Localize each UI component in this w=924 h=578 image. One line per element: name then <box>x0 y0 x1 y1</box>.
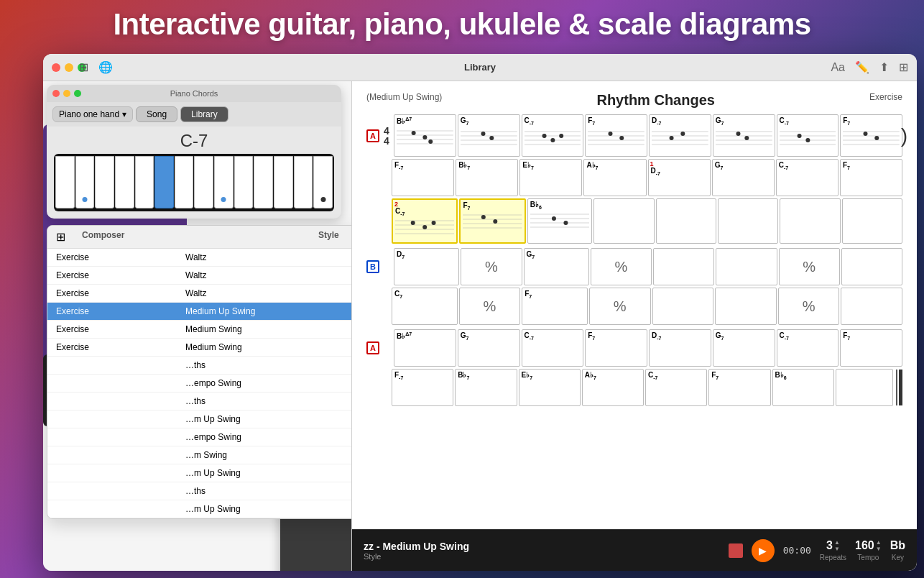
library-row-11[interactable]: …empo Swing <box>47 428 352 446</box>
chord-cell-bb6-r: B♭6 <box>772 369 834 406</box>
chord-cell-fm7: F-7 <box>392 159 454 196</box>
close-button[interactable] <box>52 63 60 72</box>
grid-icon: ⊞ <box>79 60 88 74</box>
svg-point-91 <box>422 225 427 229</box>
chord-cell-empty-2 <box>656 198 716 244</box>
style-6: Medium Swing <box>185 342 242 352</box>
main-content: Piano Chords Piano one hand ▾ Song Libra… <box>43 81 917 571</box>
svg-point-79 <box>805 138 810 142</box>
composer-6: Exercise <box>56 342 185 352</box>
tempo-stepper[interactable]: ▲ ▼ <box>876 540 882 552</box>
section-a-row3: 2 C-7 <box>366 198 902 244</box>
composer-column-header: Composer <box>82 230 304 244</box>
svg-point-73 <box>744 136 749 140</box>
library-scroll-indicator: ⊞ <box>56 230 68 244</box>
library-row-3[interactable]: Exercise Waltz <box>47 285 352 303</box>
layout-icon[interactable]: ⊞ <box>899 60 908 74</box>
library-row-15[interactable]: …m Up Swing <box>47 500 352 518</box>
library-row-8[interactable]: …empo Swing <box>47 375 352 393</box>
chord-cell-empty-3 <box>718 198 778 244</box>
svg-point-103 <box>552 216 556 221</box>
tempo-value: 160 <box>855 539 874 552</box>
composer-1: Exercise <box>56 252 185 262</box>
section-a-row1: A 4 4 B♭Δ7 <box>366 114 902 157</box>
play-button[interactable]: ▶ <box>752 539 775 562</box>
repeats-label: Repeats <box>820 554 846 561</box>
piano-minimize[interactable] <box>63 90 70 97</box>
svg-point-41 <box>422 135 427 139</box>
repeats-value: 3 <box>826 539 833 552</box>
library-row-7[interactable]: …ths <box>47 357 352 375</box>
chord-cell-c7: C-7 <box>522 114 584 157</box>
banner-text: Interactive guitar, piano, ukulele & sca… <box>113 7 810 42</box>
chord-cell-empty-b3 <box>841 248 902 285</box>
chord-cell-c7-3: C-7 <box>776 159 838 196</box>
section-b-row1: B D7 % G7 % <box>366 248 902 285</box>
chord-cell-f7-1: F7 <box>585 114 647 157</box>
chord-cell-f7-r2: F7 <box>840 329 902 367</box>
style-3: Waltz <box>185 288 207 298</box>
piano-close[interactable] <box>52 90 60 97</box>
left-panel: Piano Chords Piano one hand ▾ Song Libra… <box>43 81 352 571</box>
chord-cell-g7-b: G7 <box>524 248 589 285</box>
chord-cell-g7-3: G7 <box>712 159 775 196</box>
edit-icon[interactable]: ✏️ <box>855 60 869 74</box>
library-row-6[interactable]: Exercise Medium Swing <box>47 339 352 357</box>
font-icon[interactable]: Aa <box>831 61 845 74</box>
style-1: Waltz <box>185 252 207 262</box>
library-row-12[interactable]: …m Swing <box>47 446 352 464</box>
chord-cell-bb6: B♭6 <box>527 198 592 244</box>
chord-cell-empty-1 <box>593 198 654 244</box>
chord-cell-d7-b: D7 <box>394 248 459 285</box>
svg-point-42 <box>428 139 433 144</box>
section-a2-row2: F-7 B♭7 E♭7 A♭7 C-7 <box>366 369 902 406</box>
repeats-stepper[interactable]: ▲ ▼ <box>834 540 840 552</box>
section-a2-row1: A B♭Δ7 G7 C-7 F7 <box>366 329 902 367</box>
chord-cell-slash-b4: % <box>459 288 521 325</box>
piano-tab-library[interactable]: Library <box>180 106 228 122</box>
sheet-subtitle: (Medium Up Swing) <box>366 92 442 102</box>
key-control: Bb Key <box>890 539 905 561</box>
chord-cell-f7-h: F7 <box>459 198 525 244</box>
chord-cell-slash-3: % <box>779 248 840 285</box>
top-banner: Interactive guitar, piano, ukulele & sca… <box>0 0 924 49</box>
style-4: Medium Up Swing <box>185 306 255 316</box>
transport-time: 00:00 <box>783 545 811 556</box>
library-row-2[interactable]: Exercise Waltz <box>47 267 352 285</box>
chord-cell-slash-b5: % <box>589 288 651 325</box>
library-row-5[interactable]: Exercise Medium Swing <box>47 321 352 339</box>
library-row-9[interactable]: …ths <box>47 393 352 410</box>
section-b-marker: B <box>366 260 379 273</box>
svg-point-67 <box>680 132 685 136</box>
minimize-button[interactable] <box>65 63 73 72</box>
chord-cell-f7-r3: F7 <box>708 369 770 406</box>
section-a-marker-1: A <box>366 129 379 142</box>
svg-point-54 <box>550 138 555 142</box>
piano-maximize[interactable] <box>74 90 81 97</box>
piano-tab-song[interactable]: Song <box>136 106 177 122</box>
style-2: Waltz <box>185 270 207 280</box>
chord-cell-c7-2: C-7 <box>777 114 839 157</box>
library-row-10[interactable]: …m Up Swing <box>47 410 352 428</box>
library-row-13[interactable]: …m Up Swing <box>47 464 352 482</box>
svg-point-60 <box>609 132 613 136</box>
song-title: zz - Medium Up Swing <box>364 541 720 552</box>
sheet-title: Rhythm Changes <box>442 92 869 109</box>
library-row-1[interactable]: Exercise Waltz <box>47 249 352 267</box>
chord-cell-empty-b6 <box>841 288 902 325</box>
chord-cell-slash-1: % <box>461 248 522 285</box>
stop-button[interactable] <box>729 543 743 558</box>
library-row-4[interactable]: Exercise Medium Up Swing <box>47 303 352 321</box>
song-style: Style <box>364 552 720 561</box>
chord-cell-empty-b4 <box>652 288 714 325</box>
svg-point-84 <box>864 132 868 136</box>
repeats-control: 3 ▲ ▼ Repeats <box>820 539 846 561</box>
piano-chords-window: Piano Chords Piano one hand ▾ Song Libra… <box>47 85 341 219</box>
svg-point-40 <box>412 131 416 135</box>
share-icon[interactable]: ⬆ <box>879 60 889 74</box>
chord-cell-eb7-r: E♭7 <box>519 369 581 406</box>
library-row-14[interactable]: …ths <box>47 482 352 500</box>
piano-instrument-selector[interactable]: Piano one hand ▾ <box>52 106 133 122</box>
chord-cell-g7-2: G7 <box>713 114 775 157</box>
chord-cell-dm7-numbered: 1 D-7 <box>648 159 711 196</box>
